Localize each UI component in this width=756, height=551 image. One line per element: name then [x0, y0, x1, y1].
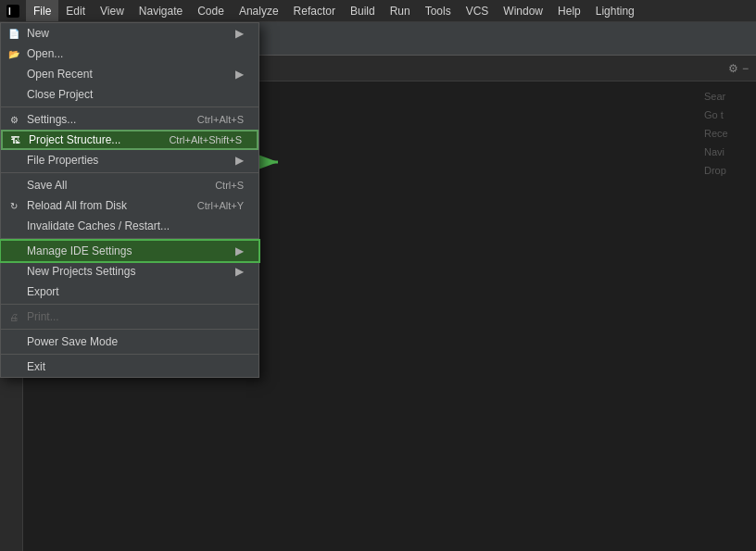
menu-item-close-project[interactable]: Close Project: [1, 84, 258, 105]
print-icon: 🖨: [6, 309, 21, 324]
menu-file[interactable]: File: [26, 0, 58, 21]
app-icon: I: [4, 2, 22, 20]
menu-build[interactable]: Build: [343, 0, 383, 21]
menu-item-reload-all[interactable]: ↻ Reload All from Disk Ctrl+Alt+Y: [1, 195, 258, 216]
menu-lighting[interactable]: Lighting: [588, 0, 642, 21]
reload-icon: ↻: [6, 198, 21, 213]
menu-item-export[interactable]: Export: [1, 282, 258, 302]
manage-ide-arrow-icon: ▶: [235, 244, 244, 257]
tab-minus-icon[interactable]: −: [742, 62, 749, 75]
menu-edit[interactable]: Edit: [58, 0, 93, 21]
new-projects-arrow-icon: ▶: [235, 265, 244, 278]
menu-item-new-projects-settings[interactable]: New Projects Settings ▶: [1, 261, 258, 282]
sep-1: [1, 106, 258, 107]
menu-item-open-recent[interactable]: Open Recent ▶: [1, 64, 258, 84]
menu-item-print[interactable]: 🖨 Print...: [1, 307, 258, 327]
menu-vcs[interactable]: VCS: [459, 0, 497, 21]
new-arrow-icon: ▶: [235, 27, 244, 40]
drop-hint: Drop: [704, 165, 752, 176]
menu-item-exit[interactable]: Exit: [1, 357, 258, 377]
open-icon: 📂: [6, 46, 21, 61]
right-panel-hints: Sear Go t Rece Navi Drop: [700, 83, 756, 191]
menu-item-new[interactable]: 📄 New ▶: [1, 23, 258, 44]
menu-item-save-all[interactable]: Save All Ctrl+S: [1, 175, 258, 195]
recent-hint: Rece: [704, 128, 752, 139]
sep-4: [1, 304, 258, 305]
menu-navigate[interactable]: Navigate: [132, 0, 190, 21]
sep-5: [1, 329, 258, 330]
search-hint: Sear: [704, 91, 752, 102]
menubar: I File Edit View Navigate Code Analyze R…: [0, 0, 756, 22]
menu-item-manage-ide-settings[interactable]: Manage IDE Settings ▶: [1, 241, 258, 261]
sep-6: [1, 354, 258, 355]
sep-2: [1, 172, 258, 173]
file-props-arrow-icon: ▶: [235, 154, 244, 167]
menu-item-open[interactable]: 📂 Open...: [1, 44, 258, 64]
navigate-hint: Navi: [704, 146, 752, 157]
menu-refactor[interactable]: Refactor: [286, 0, 343, 21]
svg-text:I: I: [8, 6, 11, 17]
menu-help[interactable]: Help: [550, 0, 588, 21]
menu-item-settings[interactable]: ⚙ Settings... Ctrl+Alt+S: [1, 109, 258, 130]
file-menu-dropdown: 📄 New ▶ 📂 Open... Open Recent ▶ Close Pr…: [0, 22, 259, 378]
new-file-icon: 📄: [6, 26, 21, 41]
menu-view[interactable]: View: [93, 0, 132, 21]
menu-analyze[interactable]: Analyze: [232, 0, 286, 21]
sep-3: [1, 238, 258, 239]
menu-item-project-structure[interactable]: 🏗 Project Structure... Ctrl+Alt+Shift+S: [1, 130, 258, 150]
menu-item-power-save[interactable]: Power Save Mode: [1, 332, 258, 352]
menu-run[interactable]: Run: [383, 0, 418, 21]
tab-gear-icon[interactable]: ⚙: [728, 62, 738, 75]
goto-hint: Go t: [704, 109, 752, 120]
project-structure-icon: 🏗: [8, 132, 23, 147]
menu-window[interactable]: Window: [496, 0, 550, 21]
menu-tools[interactable]: Tools: [418, 0, 459, 21]
menu-item-file-properties[interactable]: File Properties ▶: [1, 150, 258, 170]
open-recent-arrow-icon: ▶: [235, 68, 244, 81]
menu-item-invalidate-caches[interactable]: Invalidate Caches / Restart...: [1, 216, 258, 236]
menu-code[interactable]: Code: [190, 0, 232, 21]
settings-icon: ⚙: [6, 112, 21, 127]
